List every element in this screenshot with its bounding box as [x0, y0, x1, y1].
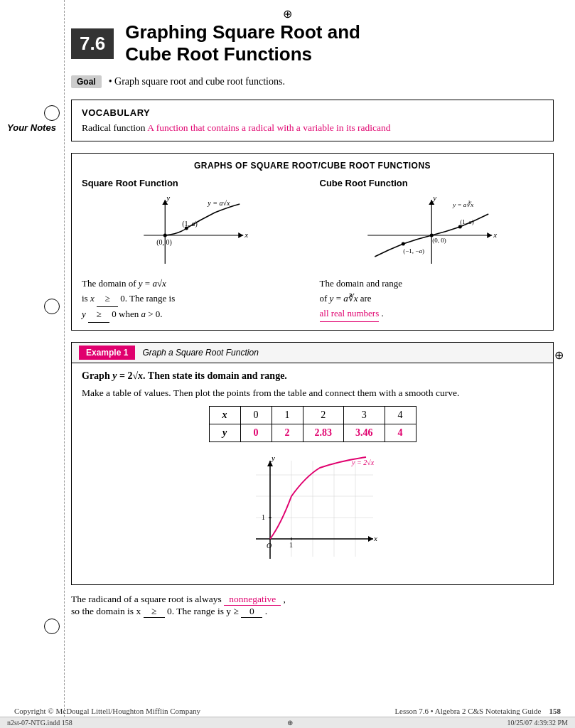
graphs-title: GRAPHS OF SQUARE ROOT/CUBE ROOT FUNCTION…: [82, 161, 543, 171]
goal-badge: Goal: [71, 75, 102, 88]
y-0: 0: [240, 424, 272, 441]
x-2: 2: [303, 406, 344, 424]
square-root-section: Square Root Function x y: [82, 178, 306, 322]
bottom-text-domain-prefix: so the domain is x: [71, 606, 144, 616]
svg-point-19: [401, 242, 404, 246]
margin-circle-3: [44, 619, 60, 634]
cube-root-section: Cube Root Function x y: [320, 178, 544, 322]
example1-title: Graph a Square Root Function: [142, 348, 258, 358]
y-2: 2.83: [303, 424, 344, 441]
cube-root-svg: x y (−1, −a) (0, 0) (1, a): [320, 193, 544, 271]
chapter-title: Graphing Square Root and Cube Root Funct…: [125, 21, 360, 65]
svg-text:x: x: [493, 230, 497, 239]
svg-marker-36: [368, 536, 373, 542]
example1-label: Example 1: [79, 346, 135, 360]
vocab-definition: A function that contains a radical with …: [147, 122, 390, 133]
bottom-text-comma: ,: [284, 594, 286, 604]
example1-box: Example 1 Graph a Square Root Function G…: [71, 342, 554, 585]
footer-copyright: Copyright © McDougal Littell/Houghton Mi…: [14, 707, 200, 715]
svg-text:y: y: [271, 454, 275, 462]
example1-header-row: Example 1 Graph a Square Root Function: [72, 343, 553, 363]
svg-text:(1, a): (1, a): [460, 218, 474, 225]
reg-mark-bottom: ⊕: [287, 719, 293, 727]
vocab-title: VOCABULARY: [82, 107, 543, 118]
file-info: n2st-07-NTG.indd 158: [7, 719, 72, 727]
svg-text:(−1, −a): (−1, −a): [403, 247, 424, 255]
footer: Copyright © McDougal Littell/Houghton Mi…: [0, 707, 575, 715]
table-header-row: x 0 1 2 3 4: [209, 406, 416, 424]
example1-content: Graph y = 2√x. Then state its domain and…: [72, 363, 553, 584]
svg-marker-2: [238, 232, 243, 238]
vocab-term: Radical function: [82, 122, 146, 133]
svg-text:1: 1: [289, 541, 293, 549]
example1-instruction: Make a table of values. Then plot the po…: [82, 387, 543, 399]
zero-blank: 0: [241, 606, 262, 618]
square-root-svg: x y (0, 0) (1, a) y = a√x: [82, 193, 306, 271]
goal-text: • Graph square root and cube root functi…: [109, 76, 285, 87]
svg-text:y = a∛x: y = a∛x: [452, 200, 473, 208]
svg-text:y = 2√x: y = 2√x: [351, 459, 375, 466]
y-label: y: [209, 424, 240, 441]
your-notes-label: Your Notes: [7, 122, 56, 133]
svg-point-18: [458, 225, 461, 229]
svg-text:1: 1: [262, 513, 265, 521]
svg-text:O: O: [267, 542, 272, 550]
main-content: 7.6 Graphing Square Root and Cube Root F…: [71, 0, 554, 618]
bottom-text-prefix: The radicand of a square root is always: [71, 594, 224, 604]
x-4: 4: [385, 406, 416, 424]
reg-mark-top: ⊕: [283, 7, 292, 21]
svg-text:x: x: [244, 230, 248, 239]
chapter-badge: 7.6: [71, 28, 114, 59]
y-1: 2: [272, 424, 303, 441]
graphs-grid: Square Root Function x y: [82, 178, 543, 322]
margin-circle-2: [44, 299, 60, 314]
square-root-desc: The domain of y = a√x is x ≥ 0. The rang…: [82, 277, 306, 322]
margin-line: [64, 0, 65, 728]
x-label: x: [209, 406, 240, 424]
example1-bold-line: Graph y = 2√x. Then state its domain and…: [82, 370, 543, 382]
x-0: 0: [240, 406, 272, 424]
cube-root-title: Cube Root Function: [320, 178, 544, 188]
svg-marker-13: [487, 232, 492, 238]
vocabulary-box: VOCABULARY Radical function A function t…: [71, 100, 554, 141]
square-root-title: Square Root Function: [82, 178, 306, 188]
values-table: x 0 1 2 3 4 y 0 2 2.83 3.46 4: [209, 406, 417, 442]
cube-root-graph: x y (−1, −a) (0, 0) (1, a): [320, 193, 544, 271]
svg-text:x: x: [373, 534, 377, 542]
y-3: 3.46: [344, 424, 385, 441]
nonnegative-blank: nonnegative: [224, 594, 281, 606]
margin-circle-1: [44, 105, 60, 121]
all-real-numbers-blank: all real numbers: [320, 306, 380, 322]
x-1: 1: [272, 406, 303, 424]
svg-text:y: y: [166, 193, 170, 202]
bottom-text-period: .: [265, 606, 267, 616]
bottom-bar: n2st-07-NTG.indd 158 ⊕ 10/25/07 4:39:32 …: [0, 717, 575, 728]
reg-mark-right: ⊕: [554, 348, 564, 362]
geq-blank: ≥: [144, 606, 165, 618]
svg-text:y: y: [432, 193, 436, 202]
square-root-graph: x y (0, 0) (1, a) y = a√x: [82, 193, 306, 271]
vocab-content: Radical function A function that contain…: [82, 122, 543, 134]
svg-text:(0, 0): (0, 0): [432, 237, 446, 244]
svg-point-6: [163, 234, 167, 237]
svg-text:(1, a): (1, a): [182, 220, 198, 228]
bottom-text: The radicand of a square root is always …: [71, 594, 554, 618]
svg-text:y = a√x: y = a√x: [207, 199, 230, 207]
table-values-row: y 0 2 2.83 3.46 4: [209, 424, 416, 441]
footer-lesson: Lesson 7.6 • Algebra 2 C&S Notetaking Gu…: [394, 707, 561, 715]
x-3: 3: [344, 406, 385, 424]
svg-text:(0, 0): (0, 0): [156, 238, 172, 247]
page: ⊕ ⊕ 7.6 Graphing Square Root and Cube Ro…: [0, 0, 575, 728]
example1-graph-svg: 1 x y O 1 y = 2√x: [242, 454, 384, 567]
cube-root-desc: The domain and range of y = a∛x are all …: [320, 277, 544, 321]
y-4: 4: [385, 424, 416, 441]
bottom-text-domain-suffix: 0. The range is y ≥: [167, 606, 241, 616]
date-info: 10/25/07 4:39:32 PM: [507, 719, 568, 727]
graphs-box: GRAPHS OF SQUARE ROOT/CUBE ROOT FUNCTION…: [71, 153, 554, 330]
example1-graph-container: 1 x y O 1 y = 2√x: [82, 454, 543, 567]
title-block: 7.6 Graphing Square Root and Cube Root F…: [71, 21, 554, 65]
goal-line: Goal • Graph square root and cube root f…: [71, 75, 554, 88]
